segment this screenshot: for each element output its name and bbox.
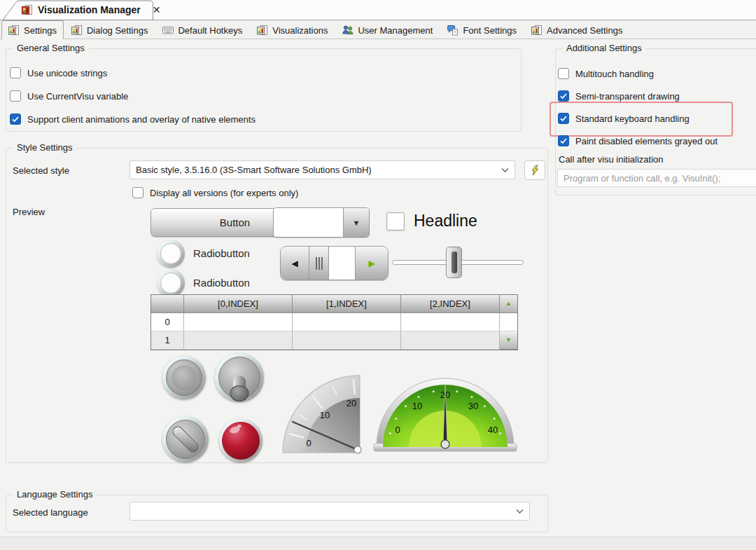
document-tab-visualization-manager[interactable]: Visualization Manager ✕ (2, 0, 156, 20)
meter180-tick-0: 0 (395, 425, 400, 435)
tab-label: Dialog Settings (87, 25, 148, 36)
arrow-left-icon: ◀ (291, 259, 298, 268)
table-row-header: 0 (151, 313, 184, 331)
checkbox-label: Paint disabled elements grayed out (575, 136, 718, 146)
checkbox-label: Semi-transparent drawing (575, 91, 680, 102)
preview-slider-handle (446, 247, 462, 278)
meter90-tick-20: 20 (346, 398, 356, 408)
table-cell (293, 331, 401, 350)
meter180-tick-10: 10 (412, 401, 422, 411)
scroll-up-icon: ▲ (505, 301, 512, 307)
table-col-header: [1,INDEX] (293, 295, 401, 313)
checkbox-label: Use CurrentVisu variable (27, 91, 128, 102)
table-scrollbar-track (500, 313, 517, 331)
preview-radiobutton-1 (157, 240, 185, 268)
preview-radio-label-2: Radiobutton (193, 277, 250, 289)
tab-dialog-settings[interactable]: Dialog Settings (64, 21, 155, 39)
tab-label: Visualizations (272, 25, 328, 36)
spin-right-button: ▶ (355, 247, 388, 280)
group-title: Language Settings (13, 489, 96, 500)
check-icon (559, 137, 568, 145)
group-title: Additional Settings (563, 43, 645, 53)
checkbox-label: Display all versions (for experts only) (150, 188, 298, 198)
checkbox-semi-transparent-drawing[interactable] (558, 90, 569, 102)
grip-bars-icon (316, 257, 323, 270)
table-row-header: 1 (151, 331, 184, 350)
tab-label: Advanced Settings (547, 25, 622, 36)
chevron-down-icon (516, 509, 524, 514)
visualization-doc-icon (257, 25, 268, 36)
preview-spin-control: ◀ ▶ (280, 246, 388, 280)
spin-value-field (328, 247, 355, 280)
check-icon (11, 115, 20, 123)
checkbox-display-all-versions[interactable] (132, 187, 144, 198)
tab-label: User Management (358, 25, 433, 36)
tab-advanced-settings[interactable]: Advanced Settings (524, 21, 629, 39)
checkbox-label: Multitouch handling (575, 69, 654, 79)
meter180-pivot (441, 440, 449, 448)
table-cell (401, 313, 500, 331)
tab-label: Settings (24, 25, 57, 36)
checkbox-multitouch-handling[interactable] (558, 68, 569, 79)
checkbox-use-unicode-strings[interactable] (10, 67, 21, 78)
check-icon (559, 92, 568, 100)
checkbox-support-client-animations[interactable] (10, 114, 21, 125)
tab-user-management[interactable]: User Management (335, 21, 440, 39)
preview-red-lamp (219, 419, 262, 462)
tab-settings[interactable]: Settings (1, 20, 64, 39)
tab-font-settings[interactable]: Font Settings (440, 21, 524, 39)
arrow-down-icon: ▼ (353, 219, 360, 227)
meter90-tick-0: 0 (306, 438, 311, 448)
preview-table: [0,INDEX] [1,INDEX] [2,INDEX] ▲ 0 1 ▼ (150, 294, 518, 350)
call-after-visu-label: Call after visu initialization (559, 154, 664, 165)
meter90-pivot (354, 446, 361, 453)
visualization-doc-icon (8, 25, 20, 36)
red-highlight-annotation (550, 102, 733, 137)
close-icon[interactable]: ✕ (153, 4, 161, 15)
table-scroll-down-button: ▼ (500, 331, 517, 350)
meter180-tick-40: 40 (488, 425, 498, 435)
selected-style-value: Basic style, 3.5.16.0 (3S-Smart Software… (136, 165, 372, 175)
scroll-down-icon: ▼ (505, 337, 512, 343)
group-title: Style Settings (13, 142, 76, 153)
preview-meter-90: 20 10 0 (279, 362, 365, 458)
preview-knob (162, 356, 206, 399)
selected-language-combobox[interactable] (130, 502, 530, 521)
selected-language-label: Selected language (13, 507, 88, 518)
table-scroll-up-button: ▲ (500, 295, 517, 313)
checkbox-paint-disabled-grayed[interactable] (558, 135, 569, 146)
font-speech-bubble-icon (447, 25, 458, 36)
preview-headline-label: Headline (414, 212, 477, 231)
table-cell (293, 313, 401, 331)
preview-radiobutton-2 (157, 269, 185, 297)
table-cell (184, 313, 293, 331)
group-title: General Settings (13, 43, 88, 53)
chevron-down-icon (501, 167, 509, 172)
table-col-header: [0,INDEX] (184, 295, 293, 313)
checkbox-label: Use unicode strings (27, 68, 107, 78)
preview-toggle-switch (215, 353, 264, 402)
selected-style-combobox[interactable]: Basic style, 3.5.16.0 (3S-Smart Software… (130, 160, 515, 179)
preview-combobox-field (274, 208, 343, 237)
settings-tab-bar: Settings Dialog Settings Default Hotkeys (0, 20, 756, 39)
tab-label: Font Settings (463, 25, 517, 36)
checkbox-use-currentvisu-variable[interactable] (10, 90, 21, 102)
visualization-manager-icon (22, 4, 33, 15)
visualization-doc-icon (531, 25, 542, 36)
lightning-bolt-icon (531, 165, 540, 176)
table-cell (184, 331, 293, 350)
preview-label: Preview (13, 207, 45, 217)
preview-rotary-switch (162, 416, 209, 462)
tab-visualizations[interactable]: Visualizations (250, 21, 335, 39)
tab-default-hotkeys[interactable]: Default Hotkeys (155, 21, 249, 39)
preview-headline-checkbox (386, 212, 405, 231)
table-corner-cell (151, 295, 184, 313)
preview-radio-label-1: Radiobutton (193, 247, 250, 259)
meter90-tick-10: 10 (320, 410, 330, 420)
spin-left-button: ◀ (281, 247, 309, 280)
refresh-style-button[interactable] (524, 160, 545, 180)
call-after-visu-input[interactable] (557, 169, 756, 187)
panel-bottom-edge (0, 537, 756, 550)
table-cell (401, 331, 500, 350)
settings-page: General Settings Use unicode strings Use… (0, 39, 756, 550)
